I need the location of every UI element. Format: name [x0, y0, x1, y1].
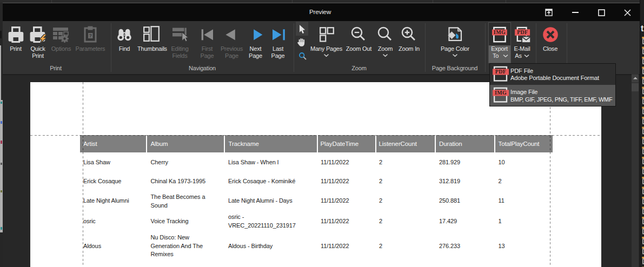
svg-text:PDF: PDF [495, 69, 506, 75]
svg-text:PDF: PDF [517, 29, 528, 35]
svg-text:?: ? [89, 33, 92, 38]
svg-text:IMG: IMG [495, 90, 507, 96]
svg-text:IMG: IMG [494, 29, 506, 35]
